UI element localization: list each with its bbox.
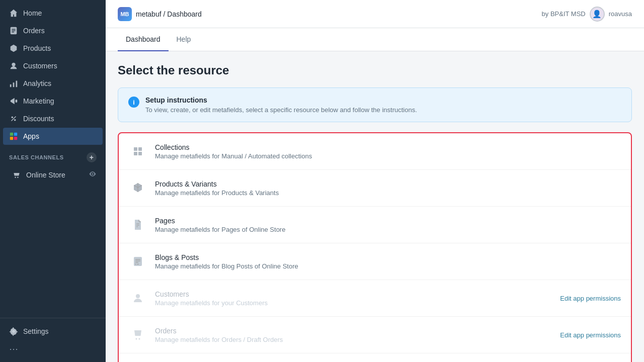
svg-point-10 (14, 119, 16, 121)
page-content: Select the resource i Setup instructions… (106, 51, 644, 362)
collections-name: Collections (155, 143, 621, 151)
info-banner-content: Setup instructions To view, create, or e… (145, 96, 417, 114)
resource-item-customers: Customers Manage metafields for your Cus… (119, 280, 631, 317)
pages-info: Pages Manage metafields for Pages of Onl… (155, 217, 621, 233)
orders-resource-icon (129, 326, 147, 344)
products-icon (9, 44, 18, 53)
products-variants-desc: Manage metafields for Products & Variant… (155, 189, 621, 197)
svg-point-34 (139, 338, 140, 340)
sidebar-item-orders[interactable]: Orders (3, 22, 103, 39)
blogs-posts-info: Blogs & Posts Manage metafields for Blog… (155, 253, 621, 270)
customers-resource-info: Customers Manage metafields for your Cus… (155, 290, 552, 307)
customers-resource-desc: Manage metafields for your Customers (155, 299, 552, 307)
customers-resource-icon (129, 289, 147, 307)
blogs-posts-desc: Manage metafields for Blog Posts of Onli… (155, 262, 621, 270)
analytics-icon (9, 79, 18, 88)
sidebar-item-discounts[interactable]: Discounts (3, 110, 103, 127)
sidebar-item-analytics[interactable]: Analytics (3, 75, 103, 92)
svg-rect-12 (10, 133, 13, 136)
main-content: MB metabuf / Dashboard by BP&IT MSD 👤 ro… (106, 0, 644, 362)
sidebar-item-discounts-label: Discounts (23, 115, 54, 123)
top-bar-left: MB metabuf / Dashboard (118, 7, 202, 21)
svg-rect-20 (138, 147, 142, 151)
svg-rect-6 (13, 82, 15, 87)
svg-rect-15 (14, 137, 17, 140)
svg-rect-5 (10, 84, 12, 87)
store-avatar: MB (118, 7, 132, 21)
sidebar-item-more[interactable]: ⋯ (3, 340, 103, 357)
tab-help[interactable]: Help (169, 28, 199, 51)
sidebar-bottom: Settings ⋯ (0, 318, 106, 362)
breadcrumb: metabuf / Dashboard (136, 10, 202, 18)
svg-point-17 (17, 176, 18, 177)
svg-point-4 (12, 63, 15, 66)
apps-icon (9, 132, 18, 141)
resource-item-collections[interactable]: Collections Manage metafields for Manual… (119, 133, 631, 170)
svg-rect-7 (16, 81, 18, 87)
svg-point-16 (15, 176, 16, 177)
tab-dashboard[interactable]: Dashboard (118, 28, 169, 51)
breadcrumb-page: Dashboard (167, 10, 202, 18)
online-store-icon (12, 170, 21, 179)
orders-resource-name: Orders (155, 327, 552, 335)
pages-icon (129, 216, 147, 234)
sidebar-item-home-label: Home (23, 9, 42, 17)
info-banner-description: To view, create, or edit metafields, sel… (145, 106, 417, 114)
pages-desc: Manage metafields for Pages of Online St… (155, 226, 621, 233)
orders-resource-desc: Manage metafields for Orders / Draft Ord… (155, 336, 552, 343)
products-variants-name: Products & Variants (155, 180, 621, 188)
discounts-icon (9, 114, 18, 123)
add-sales-channel-button[interactable]: + (87, 152, 97, 162)
sidebar-item-home[interactable]: Home (3, 5, 103, 22)
sales-channels-section: SALES CHANNELS + (0, 145, 106, 165)
svg-point-33 (136, 338, 137, 340)
collections-desc: Manage metafields for Manual / Automated… (155, 152, 621, 160)
sidebar-item-marketing[interactable]: Marketing (3, 93, 103, 110)
sidebar-item-orders-label: Orders (23, 27, 45, 35)
sidebar-item-apps-label: Apps (23, 132, 39, 140)
top-bar-right: by BP&IT MSD 👤 roavusa (542, 7, 632, 22)
sidebar-item-products[interactable]: Products (3, 40, 103, 57)
collections-info: Collections Manage metafields for Manual… (155, 143, 621, 160)
user-avatar: 👤 (590, 7, 605, 22)
breadcrumb-store: metabuf (136, 10, 162, 18)
orders-resource-info: Orders Manage metafields for Orders / Dr… (155, 327, 552, 343)
info-icon: i (128, 97, 139, 108)
info-banner: i Setup instructions To view, create, or… (118, 87, 632, 122)
orders-edit-permissions-link[interactable]: Edit app permissions (560, 331, 621, 339)
sidebar-item-apps[interactable]: Apps (3, 128, 103, 145)
user-name: roavusa (609, 10, 632, 18)
tabs-list: Dashboard Help (118, 28, 199, 51)
tabs-bar: Dashboard Help (106, 28, 644, 51)
svg-rect-19 (134, 147, 137, 151)
blogs-posts-icon (129, 252, 147, 270)
resource-item-shop[interactable]: Shop Global custom variables of the shop (119, 353, 631, 362)
by-label: by BP&IT MSD (542, 10, 586, 18)
settings-icon (9, 327, 18, 336)
more-icon: ⋯ (9, 344, 18, 353)
svg-rect-22 (138, 152, 142, 155)
sales-channels-label: SALES CHANNELS (9, 154, 64, 160)
svg-rect-26 (134, 257, 142, 266)
orders-icon (9, 26, 18, 35)
products-variants-info: Products & Variants Manage metafields fo… (155, 180, 621, 197)
resource-item-blogs-posts[interactable]: Blogs & Posts Manage metafields for Blog… (119, 243, 631, 280)
svg-point-30 (135, 264, 136, 265)
customers-edit-permissions-link[interactable]: Edit app permissions (560, 295, 621, 302)
resource-list: Collections Manage metafields for Manual… (118, 132, 632, 362)
sidebar-item-settings-label: Settings (23, 327, 49, 335)
sidebar-item-customers-label: Customers (23, 62, 57, 70)
online-store-visibility-icon[interactable] (89, 170, 97, 179)
resource-item-products-variants[interactable]: Products & Variants Manage metafields fo… (119, 170, 631, 207)
sidebar: Home Orders Products Customers (0, 0, 106, 362)
sidebar-item-settings[interactable]: Settings (3, 323, 103, 340)
online-store-label: Online Store (26, 171, 65, 179)
sidebar-item-products-label: Products (23, 44, 51, 52)
sidebar-item-customers[interactable]: Customers (3, 57, 103, 74)
customers-resource-name: Customers (155, 290, 552, 298)
page-title: Select the resource (118, 63, 632, 77)
resource-item-pages[interactable]: Pages Manage metafields for Pages of Onl… (119, 207, 631, 243)
home-icon (9, 9, 18, 18)
sidebar-item-online-store[interactable]: Online Store (3, 166, 103, 184)
svg-rect-21 (134, 152, 137, 155)
